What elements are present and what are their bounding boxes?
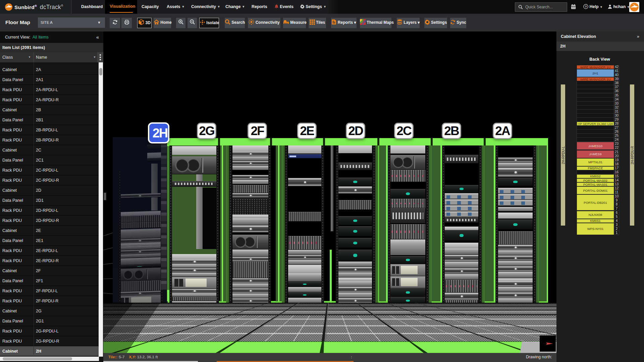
svg-text:?: ? [585,5,587,8]
